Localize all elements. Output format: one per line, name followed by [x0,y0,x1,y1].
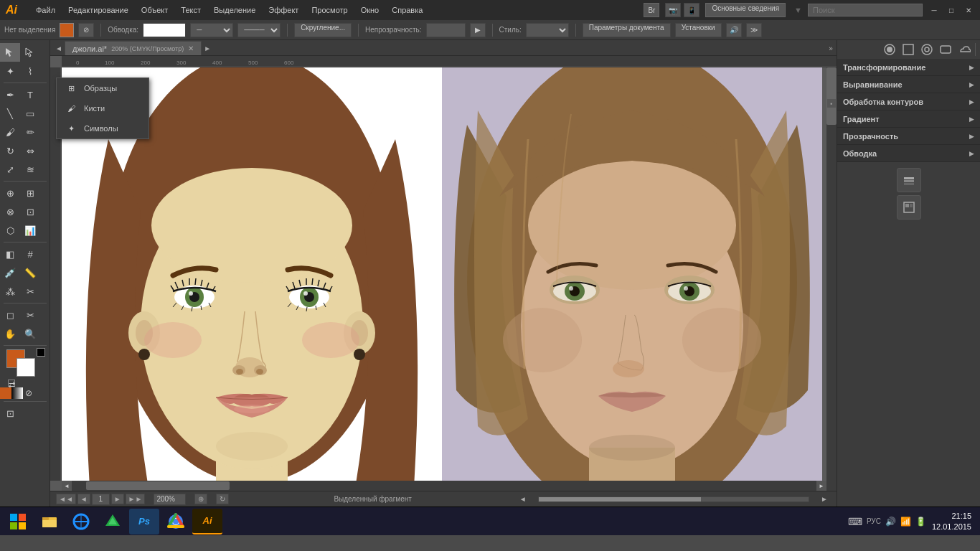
rotate-tool[interactable]: ↻ [0,141,20,160]
h-scroll-right[interactable]: ► [816,481,826,491]
go-prev-button[interactable]: ◄ [77,494,90,504]
blend-tool[interactable]: ⁂ [0,282,20,301]
stroke-color-dropdown[interactable] [143,23,186,37]
menu-window[interactable]: Окно [355,4,385,16]
menu-edit[interactable]: Редактирование [62,4,134,16]
background-color-swatch[interactable] [17,358,35,377]
pathfinder-panel-header[interactable]: Обработка контуров ▶ [837,93,980,110]
photoshop-button[interactable]: Ps [129,509,159,534]
menu-select[interactable]: Выделение [208,4,261,16]
vertical-scroll-thumb[interactable] [826,67,837,125]
keyboard-tray-icon[interactable]: ⌨ [848,516,862,527]
align-panel-header[interactable]: Выравнивание ▶ [837,76,980,93]
gradient-panel-header[interactable]: Градиент ▶ [837,110,980,128]
camera-icon[interactable]: 📷 [665,3,681,17]
select-tool[interactable] [0,43,20,62]
slice-tool[interactable]: ✂ [20,282,40,301]
transform-panel-header[interactable]: Трансформирование ▶ [837,59,980,76]
more-options-icon[interactable]: ≫ [746,23,762,37]
eyedropper-tool[interactable]: 💉 [0,263,20,282]
magic-wand-tool[interactable]: ✦ [0,62,20,80]
mesh-tool[interactable]: # [20,245,40,263]
fill-type-icon[interactable]: ⊘ [78,23,94,37]
status-arrow-right[interactable]: ► [818,494,831,504]
width-tool[interactable]: ⊕ [0,184,20,202]
type-tool[interactable]: T [20,85,40,104]
menu-object[interactable]: Объект [136,4,174,16]
canvas-container[interactable]: 0 100 200 300 400 500 600 [50,56,837,491]
context-menu-samples[interactable]: ⊞ Образцы [57,78,149,98]
ie-button[interactable] [66,509,96,534]
scale-tool[interactable]: ⤢ [0,160,20,179]
go-start-button[interactable]: ◄◄ [56,494,76,504]
shape-tool[interactable]: ▭ [20,104,40,123]
transparency-panel-header[interactable]: Прозрачность ▶ [837,128,980,145]
shape-builder-tool[interactable]: ⊗ [0,202,20,221]
line-tool[interactable]: ╲ [0,104,20,123]
color-mode-none[interactable]: ⊘ [23,387,34,399]
context-menu-symbols[interactable]: ✦ Символы [57,118,149,138]
warp-tool[interactable]: ≋ [20,160,40,179]
menu-view[interactable]: Просмотр [306,4,353,16]
direct-select-tool[interactable] [20,43,40,62]
panel-icon-gradient-swatch[interactable] [900,42,916,57]
zoom-tool[interactable]: 🔍 [20,324,40,343]
tab-scroll-right[interactable]: ► [202,41,213,55]
pen-tool[interactable]: ✒ [0,85,20,104]
perspective-tool[interactable]: ⬡ [0,221,20,240]
scissors-tool[interactable]: ✂ [20,306,40,324]
start-button[interactable] [3,509,33,534]
pencil-tool[interactable]: ✏ [20,123,40,141]
network-tray-icon[interactable]: 📶 [900,517,911,527]
paintbrush-tool[interactable]: 🖌 [0,123,20,141]
layers-panel-icon[interactable] [897,168,921,192]
go-next-button[interactable]: ► [111,494,124,504]
horizontal-scrollbar[interactable]: ◄ ► [62,481,826,491]
doc-params-button[interactable]: Параметры документа [583,23,671,37]
h-scroll-left[interactable]: ◄ [62,481,72,491]
panel-icon-color[interactable] [882,42,897,57]
menu-text[interactable]: Текст [175,4,207,16]
fill-swatch[interactable] [60,23,74,37]
panel-arrange-icon[interactable]: » [825,41,837,55]
menu-help[interactable]: Справка [386,4,428,16]
page-number-input[interactable] [92,494,110,505]
tab-scroll-left[interactable]: ◄ [53,41,65,55]
go-end-button[interactable]: ►► [126,494,146,504]
bridge-button[interactable]: Br [644,3,659,17]
zoom-fit-icon[interactable]: ⊕ [194,494,207,504]
stroke-panel-header[interactable]: Обводка ▶ [837,145,980,162]
rotate-view-icon[interactable]: ↻ [216,494,229,504]
artboards-panel-icon[interactable] [897,195,921,220]
style-dropdown[interactable] [526,23,569,37]
gradient-tool[interactable]: ◧ [0,245,20,263]
vertical-scrollbar[interactable]: ▪ [826,67,837,491]
color-mode-solid[interactable] [0,387,11,399]
menu-file[interactable]: Файл [30,4,61,16]
document-tab[interactable]: джоли.ai* 200% (CMYK/Просмотр) ✕ [65,41,202,55]
volume-tray-icon[interactable]: 🔊 [885,517,896,527]
measure-tool[interactable]: 📏 [20,263,40,282]
extra-options-icon[interactable]: 🔊 [726,23,742,37]
panel-icon-appearance[interactable] [919,42,935,57]
status-arrow-left[interactable]: ◄ [517,494,529,504]
device-icon[interactable]: 📱 [684,3,699,17]
search-input[interactable] [808,4,923,17]
eraser-tool[interactable]: ◻ [0,306,20,324]
explorer-button[interactable] [34,509,65,534]
setup-button[interactable]: Установки [675,23,722,37]
context-menu-brushes[interactable]: 🖌 Кисти [57,98,149,118]
green-app-button[interactable] [98,509,128,534]
doc-tab-close-icon[interactable]: ✕ [188,44,194,52]
close-button[interactable]: ✕ [963,4,974,16]
hand-tool[interactable]: ✋ [0,324,20,343]
screen-mode-button[interactable]: ⊡ [0,404,20,423]
color-mode-gradient[interactable] [11,387,23,399]
live-paint-tool[interactable]: ⊡ [20,202,40,221]
battery-tray-icon[interactable]: 🔋 [915,517,926,527]
stroke-width-dropdown[interactable]: ─ [190,23,233,37]
menu-effect[interactable]: Эффект [263,4,304,16]
lasso-tool[interactable]: ⌇ [20,62,40,80]
maximize-button[interactable]: □ [946,4,957,16]
rounded-button[interactable]: Скругление... [294,23,352,37]
